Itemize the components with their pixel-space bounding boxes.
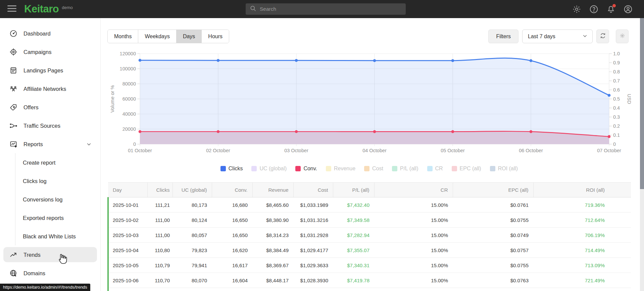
sidebar-item-offers[interactable]: Offers	[0, 98, 100, 116]
col-header-revenue[interactable]: Revenue	[252, 183, 293, 197]
search-input[interactable]: Search	[246, 3, 406, 15]
tab-months[interactable]: Months	[108, 30, 138, 43]
legend-item-uc-global-[interactable]: UC (global)	[251, 166, 287, 172]
svg-text:0.3: 0.3	[613, 114, 620, 120]
svg-text:0.9: 0.9	[613, 60, 620, 65]
date-range-value: Last 7 days	[528, 34, 555, 40]
col-header-day[interactable]: Day	[108, 183, 147, 197]
cell: $8,465.60	[252, 197, 293, 213]
cell: 706.19%	[533, 228, 631, 243]
tab-days[interactable]: Days	[176, 30, 201, 43]
env-label: demo	[62, 5, 73, 10]
sidebar-item-label: Trends	[23, 251, 41, 258]
menu-toggle-icon[interactable]	[7, 5, 16, 13]
sidebar-item-label: Campaigns	[23, 49, 51, 55]
user-icon[interactable]	[624, 5, 633, 14]
legend-item-conv-[interactable]: Conv.	[295, 166, 317, 172]
cell: 721.49%	[533, 273, 631, 288]
reports-icon	[9, 140, 17, 148]
legend-item-cr[interactable]: CR	[427, 166, 443, 172]
date-range-select[interactable]: Last 7 days	[522, 30, 593, 43]
cell: 79,941	[172, 258, 212, 273]
table-row[interactable]: 2025-10-03111,0080,05716,650$8,314.23$1,…	[108, 228, 631, 243]
gear-icon[interactable]	[572, 5, 581, 14]
col-header-cost[interactable]: Cost	[293, 183, 333, 197]
legend-swatch	[251, 166, 257, 171]
cell: $8,380.90	[252, 213, 293, 228]
svg-text:80000: 80000	[122, 81, 136, 86]
sidebar-item-trends[interactable]: Trends	[0, 245, 100, 264]
cell: $0.0749	[453, 228, 533, 243]
table-row[interactable]: 2025-10-02111,0080,12416,650$8,380.90$1,…	[108, 213, 631, 228]
svg-text:02 October: 02 October	[206, 148, 230, 153]
cell: $8,384.49	[252, 243, 293, 258]
filters-button[interactable]: Filters	[488, 30, 518, 43]
table-row[interactable]: 2025-10-05110,7979,94116,617$8,369.67$1,…	[108, 258, 631, 273]
sidebar-item-affiliate-networks[interactable]: Affiliate Networks	[0, 79, 100, 98]
cell: $3,352.94	[252, 288, 293, 291]
sidebar-item-landings-pages[interactable]: Landings Pages	[0, 61, 100, 79]
help-icon[interactable]	[589, 5, 598, 14]
legend-item-epc-all-[interactable]: EPC (all)	[452, 166, 481, 172]
cell: 44,49	[147, 288, 172, 291]
sidebar-item-label: Traffic Sources	[23, 122, 60, 129]
svg-text:0: 0	[613, 141, 616, 147]
sidebar-item-traffic-sources[interactable]: Traffic Sources	[0, 116, 100, 135]
cell: 111,00	[147, 213, 172, 228]
col-header-p-l-all-[interactable]: P/L (all)	[333, 183, 374, 197]
cell: 712.64%	[533, 213, 631, 228]
cell: 14.94%	[374, 288, 453, 291]
svg-text:06 October: 06 October	[519, 148, 543, 153]
cell: $7,355.07	[333, 243, 374, 258]
col-header-conv-[interactable]: Conv.	[212, 183, 252, 197]
legend-item-clicks[interactable]: Clicks	[220, 166, 243, 172]
table-row[interactable]: 2025-10-04110,8079,82316,620$8,384.49$1,…	[108, 243, 631, 258]
svg-text:20000: 20000	[122, 126, 136, 132]
chart-settings-button[interactable]	[616, 30, 629, 43]
legend-item-roi-all-[interactable]: ROI (all)	[490, 166, 518, 172]
cell: $8,369.67	[252, 258, 293, 273]
tab-weekdays[interactable]: Weekdays	[138, 30, 176, 43]
svg-text:60000: 60000	[122, 96, 136, 102]
sidebar-item-label: Landings Pages	[23, 67, 63, 73]
cell: 44,457	[172, 288, 212, 291]
legend-item-cost[interactable]: Cost	[364, 166, 383, 172]
sidebar-item-label: Exported reports	[23, 215, 64, 221]
scrollbar[interactable]	[640, 18, 644, 291]
tab-hours[interactable]: Hours	[201, 30, 229, 43]
sidebar-item-reports[interactable]: Reports	[0, 135, 100, 153]
sidebar-item-label: Clicks log	[23, 178, 47, 184]
svg-text:0.5: 0.5	[613, 96, 620, 102]
table-row[interactable]: 2025-10-01111,2180,17316,680$8,465.60$1,…	[108, 197, 631, 213]
bell-icon[interactable]	[606, 5, 615, 14]
trends-icon	[9, 251, 17, 259]
domains-icon	[9, 269, 17, 277]
sidebar-item-domains[interactable]: Domains	[0, 264, 100, 282]
legend-item-revenue[interactable]: Revenue	[326, 166, 355, 172]
svg-text:USD: USD	[627, 94, 631, 104]
legend-swatch	[220, 166, 226, 171]
brand-logo[interactable]: Keitaro	[24, 3, 59, 15]
col-header-cr[interactable]: CR	[374, 183, 453, 197]
scrollbar-thumb[interactable]	[640, 18, 644, 189]
cell: $0.0755	[453, 213, 533, 228]
cell: 2025-10-06	[108, 273, 147, 288]
legend-item-p-l-all-[interactable]: P/L (all)	[392, 166, 418, 172]
svg-text:0: 0	[133, 141, 136, 147]
chevron-down-icon[interactable]	[86, 141, 92, 147]
sidebar-item-campaigns[interactable]: Campaigns	[0, 43, 100, 61]
cell: 16,620	[212, 243, 252, 258]
cell: $8,314.23	[252, 228, 293, 243]
legend-swatch	[490, 166, 495, 171]
table-row[interactable]: 2025-10-0744,4944,4576,648$3,352.94$412.…	[108, 288, 631, 291]
col-header-clicks[interactable]: Clicks	[147, 183, 172, 197]
legend-label: CR	[435, 166, 443, 172]
col-header-uc-global-[interactable]: UC (global)	[172, 183, 212, 197]
table-row[interactable]: 2025-10-06110,7080,07016,604$8,448.17$1,…	[108, 273, 631, 288]
cell: 15.00%	[374, 258, 453, 273]
col-header-epc-all-[interactable]: EPC (all)	[453, 183, 533, 197]
col-header-roi-all-[interactable]: ROI (all)	[533, 183, 631, 197]
sidebar-item-dashboard[interactable]: Dashboard	[0, 24, 100, 43]
refresh-button[interactable]	[596, 30, 609, 43]
offers-icon	[9, 103, 17, 111]
